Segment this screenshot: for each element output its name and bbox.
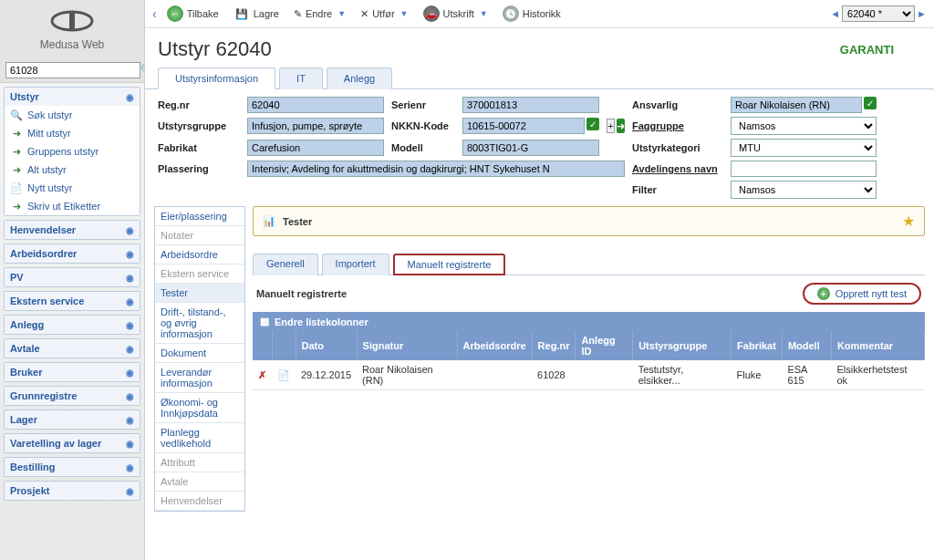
avdeling-field[interactable] [731,161,877,177]
subnav-henvendelser[interactable]: Henvendelser [155,492,244,511]
plassering-label: Plassering [158,163,240,174]
back-button[interactable]: ←Tilbake [162,4,223,24]
serienr-field[interactable] [462,97,599,113]
nav-item-alt-utstyr[interactable]: ➜Alt utstyr [5,161,140,179]
subnav-arbeidsordre[interactable]: Arbeidsordre [155,245,244,264]
prev-icon[interactable]: ◄ [830,8,840,19]
col-utstyrsgruppe[interactable]: Utstyrsgruppe [633,331,732,360]
utstyrsgruppe-field[interactable] [247,118,384,134]
fabrikat-field[interactable] [247,140,384,156]
collapse-icon[interactable]: ‹ [152,6,157,21]
subnav-tester[interactable]: Tester [155,284,244,303]
execute-button[interactable]: ✕Utfør▼ [356,6,412,22]
cell-utstyrsgruppe: Testutstyr, elsikker... [633,360,732,390]
nav-head-bruker[interactable]: Bruker◉ [5,363,140,381]
nav-item-sok-utstyr[interactable]: 🔍Søk utstyr [5,106,140,124]
subnav-attributt[interactable]: Attributt [155,453,244,472]
pencil-icon: ✎ [294,8,302,20]
nav-head-bestilling[interactable]: Bestilling◉ [5,458,140,476]
grid-config-bar[interactable]: ▦ Endre listekolonner [253,312,925,331]
subnav-drift[interactable]: Drift-, tilstand-, og øvrig informasjon [155,303,244,344]
col-modell[interactable]: Modell [782,331,831,360]
nav-head-anlegg[interactable]: Anlegg◉ [5,316,140,334]
save-button[interactable]: 💾Lagre [229,4,284,24]
record-nav: ◄ 62040 * ► [830,5,927,22]
col-arbeidsordre[interactable]: Arbeidsordre [457,331,532,360]
subnav-planlegg[interactable]: Planlegg vedlikehold [155,423,244,453]
nav-item-nytt-utstyr[interactable]: 📄Nytt utstyr [5,179,140,197]
tab-anlegg[interactable]: Anlegg [327,67,392,89]
edit-button[interactable]: ✎Endre▼ [289,6,350,22]
subnav-notater[interactable]: Notater [155,226,244,245]
avdeling-label[interactable]: Avdelingens navn [632,163,723,174]
delete-icon[interactable]: ✗ [258,369,266,380]
subnav-eier[interactable]: Eier/plassering [155,207,244,226]
faggruppe-label[interactable]: Faggruppe [632,120,723,131]
chart-icon: 📊 [263,215,275,227]
record-select[interactable]: 62040 * [842,5,915,22]
tab-it[interactable]: IT [279,67,323,89]
col-delete[interactable] [253,331,272,360]
nav-item-gruppens-utstyr[interactable]: ➜Gruppens utstyr [5,142,140,161]
nav-head-pv[interactable]: PV◉ [5,268,140,286]
ansvarlig-field[interactable] [731,97,862,113]
go-icon[interactable]: ➜ [617,119,625,133]
table-row[interactable]: ✗ 📄 29.12.2015 Roar Nikolaisen (RN) 6102… [253,360,925,390]
nav-head-henvendelser[interactable]: Henvendelser◉ [5,221,140,239]
col-anlegg[interactable]: Anlegg ID [576,331,633,360]
modell-field[interactable] [462,140,599,156]
col-kommentar[interactable]: Kommentar [831,331,924,360]
filter-select[interactable]: Namsos [731,181,877,199]
subnav-avtale[interactable]: Avtale [155,472,244,492]
tab-utstyrsinformasjon[interactable]: Utstyrsinformasjon [158,67,275,89]
tab-manuelt-registrerte[interactable]: Manuelt registrerte [393,254,506,275]
nav-item-mitt-utstyr[interactable]: ➜Mitt utstyr [5,124,140,142]
nav-head-varetelling[interactable]: Varetelling av lager◉ [5,434,140,452]
nkkn-field[interactable] [462,118,585,134]
nav-item-skriv-etiketter[interactable]: ➜Skriv ut Etiketter [5,197,140,215]
nav-head-arbeidsordrer[interactable]: Arbeidsordrer◉ [5,244,140,263]
subnav-ekstern[interactable]: Ekstern service [155,264,244,284]
add-button[interactable]: + [607,119,615,133]
nav-head-avtale[interactable]: Avtale◉ [5,339,140,358]
regnr-label: Reg.nr [158,99,240,110]
nav-head-utstyr[interactable]: Utstyr◉ [5,88,140,106]
plassering-field[interactable] [247,161,625,177]
subnav-dokument[interactable]: Dokument [155,344,244,363]
tester-title: Tester [283,216,312,227]
col-regnr[interactable]: Reg.nr [532,331,576,360]
nav-head-ekstern-service[interactable]: Ekstern service◉ [5,292,140,310]
columns-icon: ▦ [260,316,269,327]
manual-title: Manuelt registrerte [256,288,347,299]
sidebar-search-input[interactable] [5,62,140,78]
clock-icon: 🕓 [503,5,519,22]
nav-head-grunnregistre[interactable]: Grunnregistre◉ [5,387,140,405]
tab-generell[interactable]: Generell [253,254,318,275]
col-fabrikat[interactable]: Fabrikat [732,331,783,360]
sub-nav: Eier/plassering Notater Arbeidsordre Eks… [154,206,245,512]
app-logo: Medusa Web [0,0,144,58]
next-icon[interactable]: ► [917,8,927,19]
cell-arbeidsordre [457,360,532,390]
document-icon[interactable]: 📄 [277,369,290,380]
nav-head-lager[interactable]: Lager◉ [5,410,140,429]
col-dato[interactable]: Dato [296,331,357,360]
create-new-test-button[interactable]: + Opprett nytt test [803,283,921,305]
utstyrkategori-select[interactable]: MTU [731,139,877,157]
tab-importert[interactable]: Importert [322,254,389,275]
history-button[interactable]: 🕓Historikk [498,4,566,24]
regnr-field[interactable] [247,97,384,113]
col-signatur[interactable]: Signatur [357,331,457,360]
sub-content: 📊Tester ★ Generell Importert Manuelt reg… [245,206,925,512]
back-icon: ← [167,5,183,22]
plus-icon: + [817,287,830,300]
nav-head-prosjekt[interactable]: Prosjekt◉ [5,482,140,500]
faggruppe-select[interactable]: Namsos [731,117,877,135]
col-doc[interactable] [272,331,296,360]
inner-tabs: Generell Importert Manuelt registrerte [253,253,925,275]
subnav-okonomi[interactable]: Økonomi- og Innkjøpsdata [155,393,244,423]
print-button[interactable]: 🚗Utskrift▼ [419,4,493,24]
star-icon[interactable]: ★ [902,213,915,230]
check-icon: ✓ [586,118,599,130]
subnav-leverandor[interactable]: Leverandør informasjon [155,363,244,393]
